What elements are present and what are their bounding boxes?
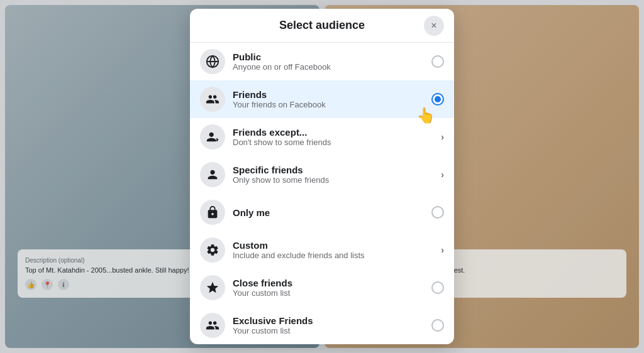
modal-header: Select audience × xyxy=(190,9,454,43)
friends-except-icon-wrap xyxy=(200,124,225,149)
close-friends-subtitle: Your custom list xyxy=(233,288,424,298)
modal-title: Select audience xyxy=(279,19,365,32)
exclusive-subtitle: Your custom list xyxy=(233,326,424,335)
globe-icon xyxy=(206,55,219,68)
public-radio-circle xyxy=(431,55,444,68)
audience-option-friends-except[interactable]: Friends except... Don't show to some fri… xyxy=(190,118,454,156)
close-friends-info: Close friends Your custom list xyxy=(233,278,424,298)
star-icon xyxy=(206,281,219,295)
only-me-info: Only me xyxy=(233,207,424,218)
lock-icon xyxy=(206,205,219,219)
only-me-radio xyxy=(431,206,444,219)
exclusive-info: Exclusive Friends Your custom list xyxy=(233,315,424,335)
star-icon-wrap xyxy=(200,275,225,300)
friends-icon xyxy=(206,92,219,106)
custom-title: Custom xyxy=(233,240,433,251)
modal-backdrop: Select audience × Public Anyone on or of… xyxy=(0,0,644,353)
friends-except-subtitle: Don't show to some friends xyxy=(233,138,433,147)
specific-subtitle: Only show to some friends xyxy=(233,175,433,185)
exclusive-title: Exclusive Friends xyxy=(233,315,424,326)
friends-except-chevron: › xyxy=(441,132,444,142)
custom-info: Custom Include and exclude friends and l… xyxy=(233,240,433,260)
exclusive-icon-wrap xyxy=(200,313,225,338)
lock-icon-wrap xyxy=(200,200,225,225)
audience-option-specific[interactable]: Specific friends Only show to some frien… xyxy=(190,156,454,193)
public-info: Public Anyone on or off Facebook xyxy=(233,52,424,72)
specific-chevron: › xyxy=(441,170,444,180)
chevron-right-icon: › xyxy=(441,132,444,142)
audience-option-only-me[interactable]: Only me xyxy=(190,193,454,231)
public-radio xyxy=(431,55,444,68)
chevron-right-icon-2: › xyxy=(441,170,444,180)
exclusive-friends-icon xyxy=(206,318,219,332)
friends-except-icon xyxy=(206,130,219,144)
close-friends-radio xyxy=(431,281,444,294)
close-friends-title: Close friends xyxy=(233,278,424,288)
select-audience-modal: Select audience × Public Anyone on or of… xyxy=(190,9,454,344)
close-button[interactable]: × xyxy=(424,16,444,36)
only-me-radio-circle xyxy=(431,206,444,219)
audience-option-custom[interactable]: Custom Include and exclude friends and l… xyxy=(190,231,454,269)
specific-icon-wrap xyxy=(200,162,225,187)
gear-icon xyxy=(206,243,219,257)
audience-option-friends[interactable]: Friends Your friends on Facebook 👆 xyxy=(190,80,454,118)
exclusive-radio xyxy=(431,319,444,332)
globe-icon-wrap xyxy=(200,49,225,74)
specific-info: Specific friends Only show to some frien… xyxy=(233,165,433,185)
friends-icon-wrap xyxy=(200,87,225,112)
custom-subtitle: Include and exclude friends and lists xyxy=(233,251,433,260)
audience-option-public[interactable]: Public Anyone on or off Facebook xyxy=(190,43,454,80)
friends-title: Friends xyxy=(233,89,424,100)
audience-option-close-friends[interactable]: Close friends Your custom list xyxy=(190,269,454,307)
friends-except-info: Friends except... Don't show to some fri… xyxy=(233,127,433,147)
custom-chevron: › xyxy=(441,245,444,255)
audience-list: Public Anyone on or off Facebook Friends… xyxy=(190,43,454,344)
gear-icon-wrap xyxy=(200,237,225,263)
friends-radio xyxy=(431,93,444,106)
exclusive-radio-circle xyxy=(431,319,444,332)
specific-friends-icon xyxy=(206,168,219,182)
public-title: Public xyxy=(233,52,424,62)
specific-title: Specific friends xyxy=(233,165,433,175)
friends-radio-circle xyxy=(431,93,444,106)
audience-option-exclusive[interactable]: Exclusive Friends Your custom list xyxy=(190,307,454,344)
friends-info: Friends Your friends on Facebook xyxy=(233,89,424,109)
chevron-right-icon-3: › xyxy=(441,245,444,255)
friends-except-title: Friends except... xyxy=(233,127,433,138)
close-friends-radio-circle xyxy=(431,281,444,294)
public-subtitle: Anyone on or off Facebook xyxy=(233,62,424,72)
friends-subtitle: Your friends on Facebook xyxy=(233,100,424,109)
only-me-title: Only me xyxy=(233,207,424,218)
